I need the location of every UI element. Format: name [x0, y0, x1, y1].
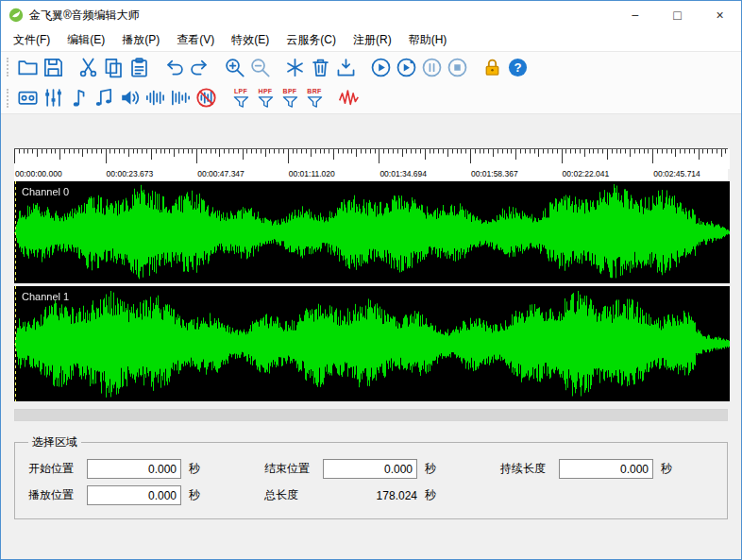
zoom-in-icon — [224, 57, 245, 78]
redo-icon — [189, 57, 211, 78]
menu-item-file[interactable]: 文件(F) — [5, 29, 59, 51]
stop-button[interactable] — [445, 55, 470, 80]
brf-filter-icon — [307, 95, 323, 109]
music-notes-icon — [93, 87, 115, 109]
menu-bar: 文件(F)编辑(E)播放(P)查看(V)特效(E)云服务(C)注册(R)帮助(H… — [1, 29, 741, 51]
toolbar-grip — [7, 58, 10, 76]
undo-button[interactable] — [161, 55, 187, 80]
menu-item-edit[interactable]: 编辑(E) — [59, 29, 113, 51]
open-file-icon — [17, 57, 39, 78]
ruler-label-3: 00:01:11.020 — [289, 169, 335, 178]
music-notes-button[interactable] — [92, 85, 117, 110]
channel-0[interactable]: Channel 0 — [14, 181, 728, 283]
bpf-filter-label: BPF — [283, 88, 297, 95]
ruler-label-5: 00:01:58.367 — [471, 169, 518, 178]
effects-burst-button[interactable] — [282, 55, 308, 80]
spectrum-icon — [338, 87, 360, 109]
mixer-button[interactable] — [41, 85, 66, 110]
total-length-label: 总长度 — [264, 487, 323, 503]
waveform-area: Channel 0Channel 1 — [1, 181, 741, 401]
speaker-icon — [119, 87, 141, 109]
copy-button[interactable] — [101, 55, 126, 80]
total-length-value: 178.024 — [323, 489, 417, 502]
paste-button[interactable] — [126, 55, 152, 80]
start-position-label: 开始位置 — [28, 461, 87, 477]
save-file-button[interactable] — [41, 55, 66, 80]
channel-0-canvas[interactable] — [14, 181, 730, 283]
end-position-field: 结束位置 秒 — [264, 459, 444, 479]
delete-button[interactable] — [308, 55, 333, 80]
ruler-label-0: 00:00:00.000 — [15, 169, 62, 178]
end-position-label: 结束位置 — [264, 461, 323, 477]
toolbar-grip — [7, 89, 10, 108]
scrollbar-thumb[interactable] — [15, 410, 727, 420]
waveform-button[interactable] — [143, 85, 168, 110]
ruler-label-2: 00:00:47.347 — [197, 169, 245, 178]
minimize-button[interactable]: − — [614, 1, 656, 29]
lpf-filter-button[interactable]: LPF — [228, 85, 253, 110]
menu-item-play[interactable]: 播放(P) — [113, 29, 168, 51]
start-position-input[interactable] — [87, 459, 181, 479]
ruler-ticks[interactable] — [14, 149, 730, 169]
mute-button[interactable] — [194, 85, 219, 110]
zoom-out-button[interactable] — [247, 55, 273, 80]
music-note-icon — [68, 87, 90, 109]
svg-text:?: ? — [514, 59, 521, 74]
selection-row-2: 播放位置 秒 总长度 178.024 秒 — [28, 485, 714, 505]
bpf-filter-button[interactable]: BPF — [278, 85, 302, 110]
waveform-dense-button[interactable] — [168, 85, 194, 110]
cut-button[interactable] — [76, 55, 101, 80]
pause-icon — [421, 57, 443, 78]
mixer-icon — [42, 87, 64, 109]
play-position-unit: 秒 — [189, 487, 208, 503]
timeline-ruler[interactable]: 00:00:00.00000:00:23.67300:00:47.34700:0… — [14, 148, 728, 181]
trim-button[interactable] — [333, 55, 359, 80]
duration-input[interactable] — [559, 459, 653, 479]
window-controls: − □ × — [614, 1, 741, 29]
open-file-button[interactable] — [15, 55, 41, 80]
play-selection-button[interactable] — [394, 55, 419, 80]
channel-1-canvas[interactable] — [14, 286, 730, 401]
horizontal-scrollbar[interactable] — [14, 409, 728, 421]
selection-row-1: 开始位置 秒 结束位置 秒 持续长度 秒 — [28, 459, 714, 479]
window-title: 金飞翼®音频编辑大师 — [29, 8, 140, 24]
hpf-filter-label: HPF — [259, 88, 273, 95]
menu-item-register[interactable]: 注册(R) — [345, 29, 400, 51]
brf-filter-label: BRF — [307, 88, 321, 95]
duration-label: 持续长度 — [500, 461, 559, 477]
zoom-in-button[interactable] — [222, 55, 247, 80]
end-position-input[interactable] — [323, 459, 417, 479]
delete-icon — [310, 57, 331, 78]
maximize-button[interactable]: □ — [656, 1, 699, 29]
recorder-button[interactable] — [15, 85, 41, 110]
hpf-filter-button[interactable]: HPF — [253, 85, 278, 110]
toolbar-main: ? — [1, 51, 741, 82]
close-button[interactable]: × — [699, 1, 741, 29]
waveform-dense-icon — [170, 87, 192, 109]
spectrum-button[interactable] — [336, 85, 362, 110]
channel-1[interactable]: Channel 1 — [14, 286, 728, 401]
speaker-button[interactable] — [117, 85, 143, 110]
total-length-field: 总长度 178.024 秒 — [264, 487, 444, 503]
menu-item-effects[interactable]: 特效(E) — [223, 29, 278, 51]
help-icon: ? — [507, 57, 529, 78]
play-position-input[interactable] — [87, 485, 181, 505]
copy-icon — [103, 57, 125, 78]
play-button[interactable] — [368, 55, 394, 80]
stop-icon — [447, 57, 468, 78]
brf-filter-button[interactable]: BRF — [302, 85, 327, 110]
menu-item-cloud[interactable]: 云服务(C) — [278, 29, 345, 51]
lpf-filter-icon — [233, 95, 249, 109]
menu-item-help[interactable]: 帮助(H) — [400, 29, 456, 51]
lock-button[interactable] — [480, 55, 505, 80]
music-note-button[interactable] — [66, 85, 92, 110]
help-button[interactable]: ? — [505, 55, 531, 80]
ruler-label-6: 00:02:22.041 — [563, 169, 610, 178]
menu-item-view[interactable]: 查看(V) — [168, 29, 223, 51]
bpf-filter-icon — [282, 95, 298, 109]
pause-button[interactable] — [419, 55, 445, 80]
end-position-unit: 秒 — [425, 461, 444, 477]
toolbar-effects: LPFHPFBPFBRF — [1, 82, 741, 114]
redo-button[interactable] — [187, 55, 212, 80]
play-icon — [370, 57, 392, 78]
